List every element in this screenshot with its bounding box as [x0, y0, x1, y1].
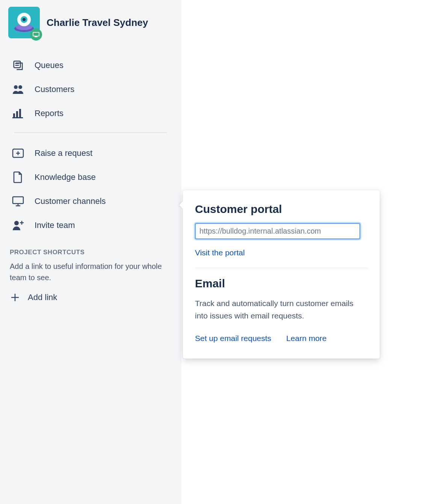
sidebar: Charlie Travel Sydney Queues: [0, 0, 181, 504]
add-link-button[interactable]: Add link: [0, 290, 181, 305]
visit-portal-link[interactable]: Visit the portal: [195, 248, 245, 257]
plus-icon: [10, 292, 20, 303]
svg-point-22: [14, 221, 19, 225]
email-description: Track and automatically turn customer em…: [195, 297, 368, 322]
nav-raise-request[interactable]: Raise a request: [0, 141, 181, 165]
divider: [195, 268, 368, 268]
svg-point-10: [14, 85, 18, 89]
learn-more-link[interactable]: Learn more: [286, 334, 326, 343]
shortcuts-description: Add a link to useful information for you…: [0, 258, 181, 290]
svg-point-4: [23, 18, 26, 21]
svg-rect-12: [13, 113, 15, 117]
nav-item-label: Queues: [35, 60, 63, 70]
customers-icon: [11, 83, 25, 96]
email-actions: Set up email requests Learn more: [195, 334, 368, 343]
svg-rect-7: [14, 61, 21, 68]
svg-rect-15: [12, 117, 23, 118]
nav-item-label: Customer channels: [35, 196, 106, 206]
nav-item-label: Invite team: [35, 220, 75, 230]
nav-invite-team[interactable]: Invite team: [0, 213, 181, 237]
svg-rect-19: [13, 197, 23, 204]
customer-channels-popover: Customer portal Visit the portal Email T…: [183, 190, 380, 359]
invite-team-icon: [11, 219, 25, 232]
svg-rect-13: [16, 111, 18, 117]
setup-email-requests-link[interactable]: Set up email requests: [195, 334, 271, 343]
nav-item-label: Reports: [35, 109, 63, 118]
svg-rect-14: [19, 109, 21, 117]
project-avatar: [8, 7, 40, 38]
nav-primary: Queues Customers: [0, 46, 181, 125]
customer-portal-url-input[interactable]: [195, 223, 360, 239]
nav-item-label: Customers: [35, 85, 74, 94]
nav-customer-channels[interactable]: Customer channels: [0, 189, 181, 213]
project-title: Charlie Travel Sydney: [47, 17, 148, 29]
customer-portal-heading: Customer portal: [195, 203, 368, 216]
nav-customers[interactable]: Customers: [0, 77, 181, 101]
queues-icon: [11, 59, 25, 72]
svg-rect-5: [33, 32, 39, 36]
document-icon: [11, 171, 25, 184]
nav-knowledge-base[interactable]: Knowledge base: [0, 165, 181, 189]
nav-item-label: Knowledge base: [35, 172, 96, 182]
nav-reports[interactable]: Reports: [0, 101, 181, 125]
raise-request-icon: [11, 146, 25, 160]
nav-queues[interactable]: Queues: [0, 53, 181, 77]
reports-icon: [11, 107, 25, 120]
project-header: Charlie Travel Sydney: [0, 7, 181, 46]
nav-secondary: Raise a request Knowledge base Customer …: [0, 141, 181, 237]
add-link-label: Add link: [28, 293, 57, 302]
service-desk-badge-icon: [30, 29, 42, 41]
svg-point-11: [18, 85, 22, 89]
shortcuts-heading: PROJECT SHORTCUTS: [0, 237, 181, 258]
nav-item-label: Raise a request: [35, 148, 92, 158]
divider: [14, 132, 167, 133]
monitor-icon: [11, 195, 25, 208]
email-heading: Email: [195, 277, 368, 290]
